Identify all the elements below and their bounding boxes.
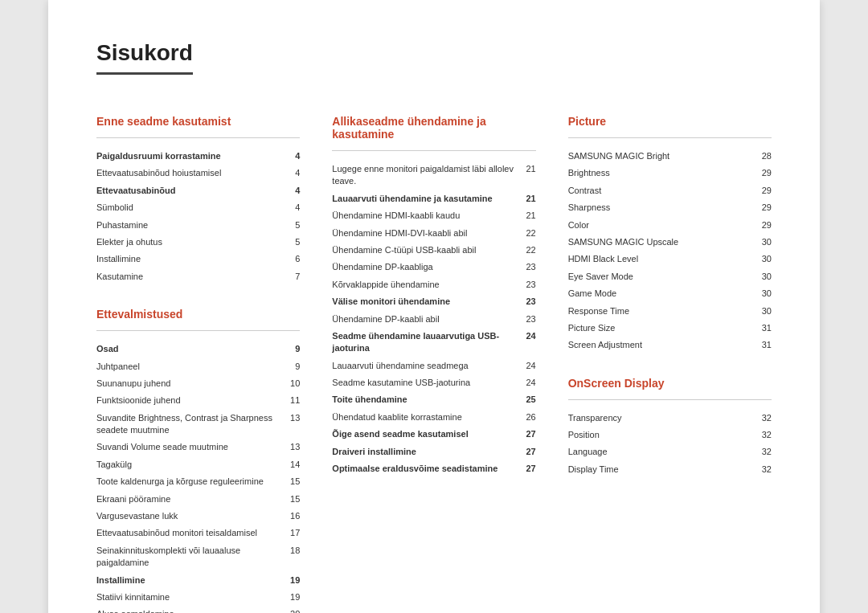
list-item: Language32 — [568, 443, 772, 460]
item-page: 14 — [284, 456, 300, 473]
item-label: Seinakinnituskomplekti või lauaaluse pai… — [96, 542, 284, 572]
item-page: 4 — [284, 182, 300, 199]
item-page: 30 — [755, 303, 772, 320]
item-page: 23 — [520, 293, 536, 310]
item-label: SAMSUNG MAGIC Bright — [568, 148, 755, 165]
item-page: 19 — [284, 589, 300, 606]
list-item: Lauaarvuti ühendamine ja kasutamine21 — [332, 190, 535, 207]
item-label: Eye Saver Mode — [568, 268, 755, 285]
section-onscreen-table: Transparency32Position32Language32Displa… — [568, 410, 772, 479]
item-page: 9 — [284, 358, 300, 375]
item-label: Suunanupu juhend — [96, 375, 284, 392]
item-label: Brightness — [568, 165, 755, 182]
item-label: Screen Adjustment — [568, 337, 755, 353]
item-page: 29 — [755, 217, 772, 234]
item-page: 7 — [284, 268, 300, 285]
item-page: 24 — [520, 358, 536, 374]
item-page: 22 — [520, 242, 536, 259]
item-page: 32 — [755, 410, 772, 427]
item-label: Juhtpaneel — [96, 358, 284, 375]
item-page: 24 — [520, 374, 536, 391]
item-page: 24 — [520, 328, 536, 358]
item-label: Toote kaldenurga ja kõrguse reguleerimin… — [96, 473, 284, 490]
item-page: 15 — [284, 491, 300, 508]
item-page: 20 — [284, 606, 300, 613]
list-item: Kasutamine7 — [96, 268, 300, 285]
item-label: Statiivi kinnitamine — [96, 589, 284, 606]
item-page: 32 — [755, 461, 772, 478]
item-page: 13 — [284, 410, 300, 439]
list-item: Vargusevastane lukk16 — [96, 508, 300, 525]
page-title: Sisukord — [96, 40, 193, 75]
list-item: Statiivi kinnitamine19 — [96, 589, 300, 606]
section-picture-title: Picture — [568, 115, 772, 128]
list-item: Kõrvaklappide ühendamine23 — [332, 276, 535, 293]
item-label: Puhastamine — [96, 217, 284, 234]
item-page: 30 — [755, 268, 772, 285]
item-label: Suvandi Volume seade muutmine — [96, 439, 284, 456]
list-item: Picture Size31 — [568, 320, 772, 337]
list-item: Sümbolid4 — [96, 199, 300, 216]
page: Sisukord Enne seadme kasutamist Paigaldu… — [48, 0, 820, 613]
list-item: Seadme ühendamine lauaarvutiga USB-jaotu… — [332, 328, 535, 358]
item-label: Response Time — [568, 303, 755, 320]
list-item: Ühendamine DP-kaabli abil23 — [332, 311, 535, 328]
item-page: 18 — [284, 542, 300, 572]
list-item: Ühendatud kaablite korrastamine26 — [332, 409, 535, 426]
item-page: 31 — [755, 320, 772, 337]
item-page: 30 — [755, 285, 772, 302]
list-item: Puhastamine5 — [96, 217, 300, 234]
item-page: 11 — [284, 392, 300, 409]
item-page: 28 — [755, 148, 772, 165]
item-label: Transparency — [568, 410, 755, 427]
item-label: Vargusevastane lukk — [96, 508, 284, 525]
item-label: Optimaalse eraldusvõime seadistamine — [332, 460, 519, 477]
item-page: 27 — [520, 426, 536, 443]
list-item: Eye Saver Mode30 — [568, 268, 772, 285]
list-item: Contrast29 — [568, 182, 772, 199]
list-item: Seadme kasutamine USB-jaoturina24 — [332, 374, 535, 391]
item-label: Color — [568, 217, 755, 234]
list-item: Ettevaatusabinõud monitori teisaldamisel… — [96, 525, 300, 541]
list-item: Toite ühendamine25 — [332, 391, 535, 408]
item-page: 25 — [520, 391, 536, 408]
item-page: 10 — [284, 375, 300, 392]
item-label: Sharpness — [568, 199, 755, 216]
list-item: Transparency32 — [568, 410, 772, 427]
list-item: Installimine19 — [96, 572, 300, 589]
item-page: 19 — [284, 572, 300, 589]
item-page: 30 — [755, 234, 772, 251]
item-label: Funktsioonide juhend — [96, 392, 284, 409]
list-item: Game Mode30 — [568, 285, 772, 302]
item-label: Lauaarvuti ühendamine seadmega — [332, 358, 519, 374]
item-label: Installimine — [96, 251, 284, 268]
list-item: Ekraani pööramine15 — [96, 491, 300, 508]
list-item: Osad9 — [96, 341, 300, 358]
item-page: 13 — [284, 439, 300, 456]
item-label: Aluse eemaldamine — [96, 606, 284, 613]
list-item: Brightness29 — [568, 165, 772, 182]
section-enne-table: Paigaldusruumi korrastamine4Ettevaatusab… — [96, 148, 300, 285]
item-label: Game Mode — [568, 285, 755, 302]
section-onscreen: OnScreen Display Transparency32Position3… — [568, 377, 772, 479]
item-page: 5 — [284, 217, 300, 234]
item-page: 17 — [284, 525, 300, 541]
item-page: 22 — [520, 225, 536, 242]
section-enne-title: Enne seadme kasutamist — [96, 115, 300, 128]
list-item: HDMI Black Level30 — [568, 251, 772, 268]
list-item: Ühendamine DP-kaabliga23 — [332, 259, 535, 276]
list-item: Lauaarvuti ühendamine seadmega24 — [332, 358, 535, 374]
item-label: Ühendamine HDMI-kaabli kaudu — [332, 207, 519, 224]
list-item: Ühendamine C-tüüpi USB-kaabli abil22 — [332, 242, 535, 259]
item-label: Position — [568, 427, 755, 443]
list-item: Sharpness29 — [568, 199, 772, 216]
item-label: Ühendamine DP-kaabliga — [332, 259, 519, 276]
list-item: Lugege enne monitori paigaldamist läbi a… — [332, 161, 535, 190]
item-page: 21 — [520, 161, 536, 190]
list-item: Color29 — [568, 217, 772, 234]
list-item: Funktsioonide juhend11 — [96, 392, 300, 409]
item-page: 16 — [284, 508, 300, 525]
item-label: Sümbolid — [96, 199, 284, 216]
list-item: Suvandi Volume seade muutmine13 — [96, 439, 300, 456]
list-item: Toote kaldenurga ja kõrguse reguleerimin… — [96, 473, 300, 490]
